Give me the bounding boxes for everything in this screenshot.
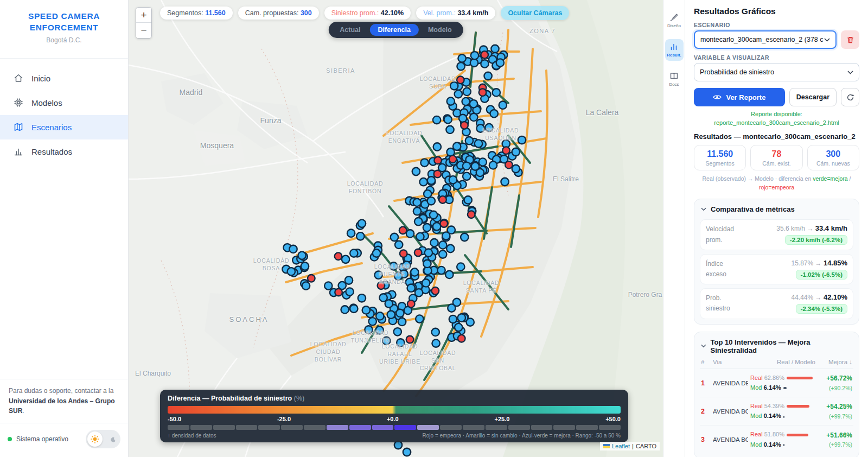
existing-camera-marker[interactable]: [479, 88, 487, 96]
proposed-camera-marker[interactable]: [470, 113, 477, 121]
proposed-camera-marker[interactable]: [397, 339, 404, 346]
proposed-camera-marker[interactable]: [425, 249, 432, 257]
carto-link[interactable]: CARTO: [636, 443, 656, 449]
proposed-camera-marker[interactable]: [467, 318, 474, 326]
proposed-camera-marker[interactable]: [445, 271, 453, 278]
panel-tab-docs[interactable]: Docs: [665, 68, 684, 90]
proposed-camera-marker[interactable]: [350, 249, 358, 257]
proposed-camera-marker[interactable]: [347, 230, 355, 237]
proposed-camera-marker[interactable]: [398, 318, 406, 326]
proposed-camera-marker[interactable]: [433, 143, 441, 150]
existing-camera-marker[interactable]: [414, 249, 422, 257]
mode-option-modelo[interactable]: Modelo: [420, 24, 460, 36]
proposed-camera-marker[interactable]: [470, 100, 477, 107]
existing-camera-marker[interactable]: [468, 211, 475, 218]
proposed-camera-marker[interactable]: [391, 233, 398, 241]
existing-camera-marker[interactable]: [399, 227, 407, 234]
proposed-camera-marker[interactable]: [481, 60, 488, 67]
proposed-camera-marker[interactable]: [350, 305, 358, 313]
map-canvas[interactable]: ZONA 7SIBERIAMadridFunzaMosqueraLa Caler…: [129, 0, 663, 457]
proposed-camera-marker[interactable]: [490, 110, 498, 117]
proposed-camera-marker[interactable]: [356, 232, 364, 240]
proposed-camera-marker[interactable]: [395, 241, 403, 249]
panel-tab-result[interactable]: Result.: [665, 39, 684, 61]
existing-camera-marker[interactable]: [458, 335, 465, 342]
panel-tab-diseño[interactable]: Diseño: [665, 10, 684, 31]
proposed-camera-marker[interactable]: [463, 88, 471, 96]
proposed-camera-marker[interactable]: [450, 82, 458, 90]
existing-camera-marker[interactable]: [407, 300, 415, 308]
proposed-camera-marker[interactable]: [385, 300, 393, 307]
proposed-camera-marker[interactable]: [475, 139, 482, 147]
existing-camera-marker[interactable]: [400, 250, 407, 257]
proposed-camera-marker[interactable]: [491, 45, 499, 53]
existing-camera-marker[interactable]: [378, 282, 385, 289]
sidebar-item-modelos[interactable]: Modelos: [0, 91, 128, 115]
view-report-button[interactable]: Ver Reporte: [694, 88, 785, 106]
top10-row[interactable]: 1AVENIDA DEL S...Real 62.86%Mod 6.14%+56…: [700, 369, 853, 397]
proposed-camera-marker[interactable]: [416, 233, 424, 240]
existing-camera-marker[interactable]: [449, 155, 457, 163]
proposed-camera-marker[interactable]: [458, 54, 465, 62]
existing-camera-marker[interactable]: [439, 196, 446, 204]
proposed-camera-marker[interactable]: [458, 314, 465, 321]
zoom-out-button[interactable]: −: [136, 23, 151, 38]
proposed-camera-marker[interactable]: [437, 266, 445, 274]
proposed-camera-marker[interactable]: [449, 176, 457, 183]
proposed-camera-marker[interactable]: [324, 282, 332, 289]
proposed-camera-marker[interactable]: [406, 230, 414, 237]
proposed-camera-marker[interactable]: [369, 318, 376, 325]
proposed-camera-marker[interactable]: [471, 52, 478, 59]
leaflet-link[interactable]: Leaflet: [612, 443, 630, 449]
proposed-camera-marker[interactable]: [415, 289, 423, 296]
proposed-camera-marker[interactable]: [447, 97, 455, 105]
proposed-camera-marker[interactable]: [376, 312, 384, 320]
proposed-camera-marker[interactable]: [446, 245, 454, 252]
col-mejora[interactable]: Mejora ↓: [818, 359, 852, 365]
metrics-section-header[interactable]: Comparativa de métricas: [700, 204, 853, 215]
existing-camera-marker[interactable]: [434, 157, 442, 164]
proposed-camera-marker[interactable]: [512, 148, 520, 156]
proposed-camera-marker[interactable]: [422, 279, 430, 287]
existing-camera-marker[interactable]: [335, 289, 342, 296]
refresh-button[interactable]: [841, 88, 859, 106]
proposed-camera-marker[interactable]: [358, 220, 366, 227]
proposed-camera-marker[interactable]: [455, 323, 462, 331]
proposed-camera-marker[interactable]: [373, 249, 380, 257]
sidebar-item-resultados[interactable]: Resultados: [0, 139, 128, 164]
proposed-camera-marker[interactable]: [430, 211, 437, 219]
proposed-camera-marker[interactable]: [407, 284, 415, 292]
theme-toggle[interactable]: [86, 430, 120, 448]
variable-select[interactable]: Probabilidad de siniestro: [694, 63, 859, 81]
proposed-camera-marker[interactable]: [412, 168, 420, 175]
zoom-in-button[interactable]: +: [136, 8, 151, 23]
existing-camera-marker[interactable]: [502, 147, 510, 154]
existing-camera-marker[interactable]: [457, 77, 464, 84]
delete-scenario-button[interactable]: [841, 30, 859, 49]
proposed-camera-marker[interactable]: [387, 311, 395, 319]
proposed-camera-marker[interactable]: [485, 124, 493, 131]
proposed-camera-marker[interactable]: [414, 218, 422, 225]
hide-cameras-button[interactable]: Ocultar Cámaras: [501, 6, 569, 20]
proposed-camera-marker[interactable]: [341, 306, 349, 313]
existing-camera-marker[interactable]: [335, 252, 342, 260]
proposed-camera-marker[interactable]: [420, 159, 428, 167]
mode-option-diferencia[interactable]: Diferencia: [370, 24, 419, 36]
proposed-camera-marker[interactable]: [432, 339, 439, 347]
proposed-camera-marker[interactable]: [411, 268, 418, 276]
proposed-camera-marker[interactable]: [457, 263, 464, 270]
proposed-camera-marker[interactable]: [289, 245, 297, 253]
proposed-camera-marker[interactable]: [396, 309, 404, 317]
proposed-camera-marker[interactable]: [448, 304, 455, 312]
existing-camera-marker[interactable]: [406, 336, 414, 344]
proposed-camera-marker[interactable]: [376, 326, 384, 334]
proposed-camera-marker[interactable]: [501, 178, 508, 186]
sidebar-item-escenarios[interactable]: Escenarios: [0, 115, 128, 139]
proposed-camera-marker[interactable]: [455, 90, 462, 98]
proposed-camera-marker[interactable]: [449, 315, 457, 323]
proposed-camera-marker[interactable]: [499, 101, 507, 109]
proposed-camera-marker[interactable]: [394, 272, 402, 280]
proposed-camera-marker[interactable]: [444, 116, 452, 123]
proposed-camera-marker[interactable]: [419, 178, 427, 186]
proposed-camera-marker[interactable]: [423, 224, 431, 231]
